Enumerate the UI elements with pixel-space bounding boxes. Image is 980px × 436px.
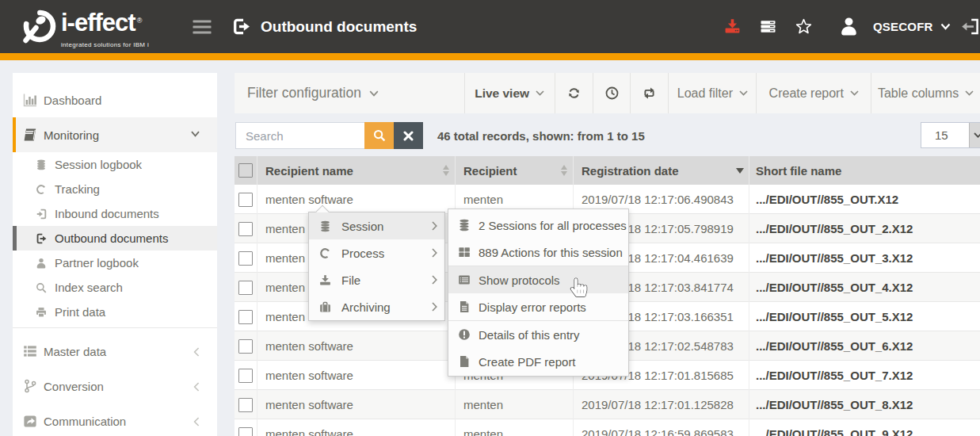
cell-short-file-name: .../EDI/OUT//855_OUT_5.X12 [749,302,980,331]
chevron-down-icon [739,90,748,96]
cell-short-file-name: .../EDI/OUT//855_OUT_6.X12 [749,331,980,361]
cell-recipient-name: menten software [257,185,456,214]
submenu-item-sessions-for-all-processes[interactable]: 2 Sessions for all processes [448,212,628,239]
cell-recipient-name: menten software [257,331,456,361]
server-icon[interactable] [760,0,776,53]
select-all-cell [235,156,257,185]
row-checkbox[interactable] [238,310,253,324]
submenu-item-display-error-reports[interactable]: Display error reports [448,293,628,320]
cell-recipient-name: menten software [257,361,456,390]
list-icon [23,344,37,358]
cell-short-file-name: .../EDI/OUT//855_OUT.X12 [749,185,980,214]
grid-icon [458,246,471,258]
sidebar-item-tracking[interactable]: Tracking [13,177,217,201]
row-checkbox[interactable] [238,398,253,412]
cell-short-file-name: .../EDI/OUT//855_OUT_3.X12 [749,243,980,273]
app-window: i-effect® integrated solutions for IBM i… [0,0,980,436]
submenu-item-details-of-this-entry[interactable]: Details of this entry [448,321,628,348]
auto-reload-button[interactable] [630,73,668,113]
chevron-down-icon [850,90,859,96]
sidebar-item-outbound-documents[interactable]: Outbound documents [13,226,217,251]
page-size-select[interactable]: 15 [921,122,980,148]
load-filter-dropdown[interactable]: Load filter [668,73,756,113]
brand-name: i-effect® [61,13,149,39]
user-icon [36,258,47,269]
select-all-checkbox[interactable] [238,163,253,178]
outbound-icon [36,233,47,244]
context-menu-item-process[interactable]: Process [309,239,444,266]
sidebar-item-communication[interactable]: Communication [13,403,217,436]
sidebar-item-master-data[interactable]: Master data [13,334,217,369]
cell-recipient-name: menten software [257,419,456,436]
table-row[interactable]: menten software menten 2019/07/18 12:16:… [235,419,980,436]
chevron-down-icon [369,90,379,97]
sidebar-item-monitoring[interactable]: Monitoring [13,117,217,152]
sidebar-item-print-data[interactable]: Print data [13,300,217,324]
file-text-icon [458,300,471,313]
sidebar-item-session-logbook[interactable]: Session logbook [13,152,217,177]
brand-tagline: integrated solutions for IBM i [61,41,149,48]
top-bar: i-effect® integrated solutions for IBM i… [0,0,980,53]
sidebar-item-index-search[interactable]: Index search [13,275,217,300]
submenu-item-show-protocols[interactable]: Show protocols [448,266,628,293]
context-menu-item-file[interactable]: File [309,266,444,293]
logout-icon[interactable] [961,0,980,53]
brand-logo[interactable]: i-effect® integrated solutions for IBM i [21,8,149,48]
sidebar-item-inbound-documents[interactable]: Inbound documents [13,201,217,226]
database-icon [319,220,331,232]
database-icon [36,159,47,170]
sidebar-item-conversion[interactable]: Conversion [13,369,217,403]
chevron-down-icon [191,131,200,137]
live-view-dropdown[interactable]: Live view [464,73,555,113]
row-checkbox[interactable] [238,427,253,436]
cell-recipient: menten [456,390,574,419]
refresh-button[interactable] [555,73,593,113]
database-icon [458,219,471,231]
submenu-item-create-pdf-report[interactable]: Create PDF report [448,348,628,375]
sidebar-item-partner-logbook[interactable]: Partner logbook [13,251,217,275]
column-header-registration-date[interactable]: Registration date [574,156,749,185]
column-header-recipient-name[interactable]: Recipient name [257,156,456,185]
favorites-star-icon[interactable] [795,0,813,53]
context-menu-item-archiving[interactable]: Archiving [309,293,444,320]
menu-toggle-icon[interactable] [193,19,212,35]
row-checkbox[interactable] [238,369,253,383]
page-size-value: 15 [935,123,948,147]
sidebar: Dashboard Monitoring [13,73,217,436]
column-header-recipient[interactable]: Recipient [456,156,574,185]
circle-notch-icon [36,184,47,195]
user-menu[interactable]: QSECOFR [840,0,951,53]
sidebar-monitoring-children: Session logbook Tracking Inbound documen… [13,152,217,328]
table-row[interactable]: menten software menten 2019/07/18 12:17:… [235,390,980,419]
row-checkbox[interactable] [238,339,253,354]
row-checkbox[interactable] [238,251,253,266]
submenu-item-actions-for-this-session[interactable]: 889 Actions for this session [448,239,628,266]
i-effect-logo-icon [21,8,59,45]
sidebar-item-dashboard[interactable]: Dashboard [13,82,217,117]
history-button[interactable] [593,73,631,113]
context-menu-item-session[interactable]: Session [309,212,444,239]
cell-short-file-name: .../EDI/OUT//855_OUT_7.X12 [749,361,980,390]
clear-search-button[interactable] [394,122,423,149]
search-button[interactable] [364,122,394,149]
cell-short-file-name: .../EDI/OUT//855_OUT_8.X12 [749,390,980,419]
sort-icon[interactable] [561,165,568,176]
cell-recipient: menten [456,419,574,436]
filter-configuration-dropdown[interactable]: Filter configuration [235,73,464,113]
search-input[interactable] [235,122,364,149]
search-icon [373,129,386,142]
row-checkbox[interactable] [238,281,253,295]
outbound-icon [232,17,250,36]
sort-icon[interactable] [443,165,450,176]
table-columns-dropdown[interactable]: Table columns [871,73,980,113]
row-checkbox[interactable] [238,222,253,236]
cell-registration-date: 2019/07/18 12:16:59.869583 [574,419,749,436]
sort-desc-icon[interactable] [736,168,744,174]
create-report-dropdown[interactable]: Create report [756,73,871,113]
cell-registration-date: 2019/07/18 12:17:01.125828 [574,390,749,419]
row-checkbox[interactable] [238,193,253,207]
list-alt-icon [458,273,471,286]
column-header-short-file-name[interactable]: Short file name [749,156,980,185]
username: QSECOFR [873,20,933,33]
download-icon[interactable] [724,0,741,53]
